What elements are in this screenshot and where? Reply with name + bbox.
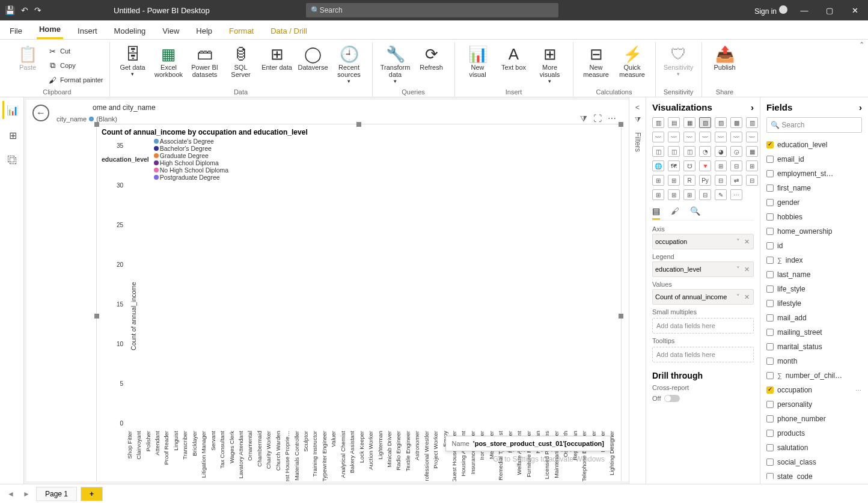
viz-type-button[interactable]: 🔻: [699, 160, 711, 171]
viz-type-button[interactable]: ▦: [683, 117, 695, 128]
next-page-button[interactable]: ►: [20, 490, 32, 498]
viz-type-button[interactable]: 〰: [652, 132, 664, 142]
checkbox-icon[interactable]: [766, 271, 774, 278]
viz-type-button[interactable]: ◔: [699, 146, 711, 157]
field-item[interactable]: social_class: [766, 455, 862, 469]
viz-type-button[interactable]: R: [683, 175, 695, 186]
checkbox-icon[interactable]: [766, 285, 774, 293]
visual-filter-icon[interactable]: ⧩: [580, 114, 587, 124]
field-item[interactable]: mail_add: [766, 311, 862, 325]
viz-type-button[interactable]: ⋯: [730, 189, 742, 200]
viz-type-button[interactable]: ◕: [715, 146, 727, 157]
viz-type-button[interactable]: ▧: [699, 117, 711, 128]
viz-type-button[interactable]: ⊞: [652, 175, 664, 186]
viz-type-button[interactable]: 〰: [668, 132, 680, 142]
tab-view[interactable]: View: [160, 23, 182, 39]
viz-type-button[interactable]: ▥: [746, 117, 758, 128]
checkbox-icon[interactable]: [766, 459, 774, 466]
viz-type-button[interactable]: 〰: [683, 132, 695, 142]
viz-type-button[interactable]: ⊞: [746, 160, 758, 171]
viz-type-button[interactable]: ▤: [668, 117, 680, 128]
field-item[interactable]: ∑index: [766, 253, 862, 267]
viz-type-button[interactable]: ⊟: [715, 175, 727, 186]
save-icon[interactable]: 💾: [5, 5, 15, 15]
field-item[interactable]: state_code: [766, 469, 862, 479]
sql-server-button[interactable]: 🛢SQL Server: [224, 43, 258, 79]
checkbox-icon[interactable]: [766, 329, 774, 336]
checkbox-icon[interactable]: [766, 401, 774, 408]
field-item[interactable]: email_id: [766, 152, 862, 166]
prev-page-button[interactable]: ◄: [5, 490, 17, 498]
checkbox-icon[interactable]: [766, 430, 774, 437]
field-item[interactable]: education_level: [766, 138, 862, 152]
field-item[interactable]: home_ownership: [766, 224, 862, 239]
viz-type-button[interactable]: ◶: [730, 146, 742, 157]
refresh-button[interactable]: ⟳Refresh: [415, 43, 448, 72]
tab-format[interactable]: Format: [227, 23, 256, 39]
focus-mode-icon[interactable]: ⛶: [593, 114, 602, 124]
checkbox-icon[interactable]: [766, 343, 774, 350]
pbi-datasets-button[interactable]: 🗃Power BI datasets: [188, 43, 222, 79]
paste-button[interactable]: 📋Paste: [11, 43, 44, 72]
collapse-ribbon-icon[interactable]: ⌃: [859, 41, 864, 49]
excel-button[interactable]: ▦Excel workbook: [152, 43, 186, 79]
data-view-button[interactable]: ⊞: [2, 126, 22, 144]
field-item[interactable]: products: [766, 426, 862, 441]
checkbox-icon[interactable]: [766, 372, 774, 379]
format-tab[interactable]: 🖌: [671, 206, 679, 220]
checkbox-icon[interactable]: [766, 170, 774, 177]
analytics-tab[interactable]: 🔍: [690, 206, 700, 220]
viz-type-button[interactable]: ⊞: [652, 189, 664, 200]
field-item[interactable]: month: [766, 354, 862, 368]
model-view-button[interactable]: ⿻: [2, 151, 22, 169]
checkbox-icon[interactable]: [766, 314, 774, 322]
checkbox-icon[interactable]: [766, 257, 774, 264]
field-item[interactable]: ∑number_of_chil…: [766, 368, 862, 383]
tooltips-well[interactable]: Add data fields here: [652, 347, 754, 362]
viz-type-button[interactable]: ▦: [746, 146, 758, 157]
tab-modeling[interactable]: Modeling: [112, 23, 148, 39]
format-painter-button[interactable]: 🖌Format painter: [47, 73, 103, 87]
field-item[interactable]: employment_st…: [766, 166, 862, 181]
checkbox-icon[interactable]: [766, 228, 774, 235]
tab-insert[interactable]: Insert: [75, 23, 100, 39]
values-well[interactable]: Count of annual_income˅ ✕: [652, 289, 754, 305]
viz-type-button[interactable]: Py: [699, 175, 711, 186]
more-visuals-button[interactable]: ⊞More visuals▾: [533, 43, 567, 85]
field-item[interactable]: mailing_street: [766, 325, 862, 340]
new-measure-button[interactable]: ⊟New measure: [579, 43, 613, 79]
sensitivity-button[interactable]: 🛡Sensitivity▾: [662, 43, 695, 78]
get-data-button[interactable]: 🗄Get data▾: [116, 43, 150, 78]
page-tab[interactable]: Page 1: [36, 487, 77, 501]
cut-button[interactable]: ✂Cut: [47, 44, 103, 58]
fields-search[interactable]: 🔍 Search: [766, 117, 862, 133]
viz-type-button[interactable]: ◫: [683, 146, 695, 157]
checkbox-icon[interactable]: [766, 444, 774, 451]
tab-data-drill[interactable]: Data / Drill: [268, 23, 310, 39]
checkbox-icon[interactable]: [766, 156, 774, 163]
signin-button[interactable]: Sign in: [754, 5, 787, 16]
checkbox-icon[interactable]: [766, 199, 774, 206]
viz-type-button[interactable]: ⊞: [668, 189, 680, 200]
copy-button[interactable]: ⧉Copy: [47, 59, 103, 72]
field-item[interactable]: first_name: [766, 181, 862, 195]
add-page-button[interactable]: +: [81, 487, 103, 501]
tab-help[interactable]: Help: [194, 23, 215, 39]
viz-type-button[interactable]: ⊞: [668, 175, 680, 186]
report-canvas[interactable]: ← ome and city_name city_name(Blank) ⧩ ⛶…: [26, 100, 629, 481]
viz-type-button[interactable]: 🌐: [652, 160, 664, 171]
more-options-icon[interactable]: ⋯: [608, 114, 616, 124]
back-button[interactable]: ←: [32, 105, 49, 121]
tab-file[interactable]: File: [7, 23, 25, 39]
transform-data-button[interactable]: 🔧Transform data▾: [379, 43, 412, 85]
collapse-fields-icon[interactable]: ›: [859, 102, 862, 112]
minimize-button[interactable]: —: [796, 6, 813, 15]
viz-type-button[interactable]: ☋: [683, 160, 695, 171]
viz-type-button[interactable]: ⊞: [715, 160, 727, 171]
legend-well[interactable]: education_level˅ ✕: [652, 261, 754, 277]
viz-type-button[interactable]: ⇄: [730, 175, 742, 186]
field-item[interactable]: occupation⋯: [766, 383, 862, 397]
checkbox-icon[interactable]: [766, 184, 774, 192]
checkbox-icon[interactable]: [766, 473, 774, 479]
axis-well[interactable]: occupation˅ ✕: [652, 234, 754, 249]
